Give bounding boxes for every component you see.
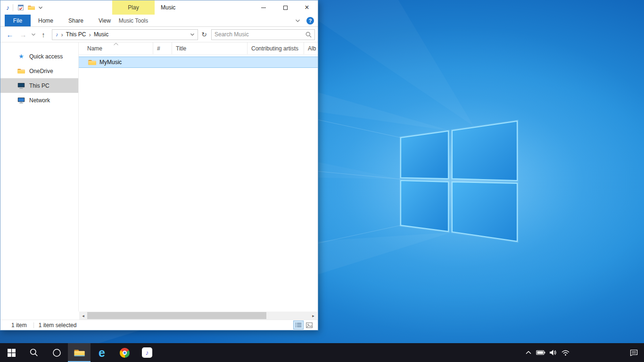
chevron-down-icon xyxy=(32,33,35,36)
maximize-button[interactable] xyxy=(274,0,296,15)
new-folder-icon xyxy=(28,5,35,10)
column-header-number[interactable]: # xyxy=(153,42,172,54)
chevron-down-icon xyxy=(39,7,42,9)
column-header-contributing-artists[interactable]: Contributing artists xyxy=(248,42,304,54)
recent-locations-button[interactable] xyxy=(30,28,37,41)
horizontal-scrollbar[interactable]: ◂ ▸ xyxy=(79,312,317,320)
volume-tray-button[interactable] xyxy=(547,343,559,362)
search-box[interactable] xyxy=(211,29,315,40)
cortana-icon xyxy=(52,348,61,357)
breadcrumb-this-pc[interactable]: This PC xyxy=(64,31,88,38)
window-title: Music xyxy=(161,0,175,15)
action-center-icon xyxy=(630,349,638,356)
column-header-row: Name # Title Contributing artists Alb xyxy=(79,42,318,55)
start-button[interactable] xyxy=(0,343,23,362)
chrome-button[interactable] xyxy=(113,343,136,362)
navigation-pane: ★ Quick access OneDrive xyxy=(0,42,79,312)
divider xyxy=(13,4,13,11)
qat-new-folder-button[interactable] xyxy=(27,3,35,12)
cortana-button[interactable] xyxy=(45,343,68,362)
minimize-icon xyxy=(261,8,266,8)
ribbon-right-controls: ? xyxy=(294,15,314,26)
app-music-icon: ♪ xyxy=(6,4,9,11)
itunes-icon: ♪ xyxy=(142,347,152,358)
sidebar-item-label: Network xyxy=(29,97,50,104)
search-icon xyxy=(30,348,38,357)
minimize-button[interactable] xyxy=(253,0,274,15)
main-area: ★ Quick access OneDrive xyxy=(0,42,318,312)
taskbar: e ♪ xyxy=(0,343,644,362)
refresh-button[interactable]: ↻ xyxy=(199,28,209,41)
close-button[interactable]: × xyxy=(296,0,318,15)
sidebar-item-this-pc[interactable]: This PC xyxy=(0,78,78,93)
help-button[interactable]: ? xyxy=(306,17,314,25)
column-header-album[interactable]: Alb xyxy=(304,42,318,54)
battery-icon xyxy=(536,350,545,355)
computer-icon xyxy=(17,82,25,89)
details-view-icon xyxy=(295,322,302,328)
battery-tray-button[interactable] xyxy=(535,343,547,362)
details-view-button[interactable] xyxy=(294,321,303,329)
column-header-name[interactable]: Name xyxy=(79,42,153,54)
tab-home[interactable]: Home xyxy=(31,15,61,26)
back-button[interactable]: ← xyxy=(3,28,17,41)
scrollbar-track[interactable] xyxy=(87,312,309,320)
sidebar-item-quick-access[interactable]: ★ Quick access xyxy=(0,49,78,64)
file-explorer-window: ♪ Play M xyxy=(0,0,318,330)
title-bar[interactable]: ♪ Play M xyxy=(0,0,318,15)
address-bar[interactable]: ♪ › This PC › Music xyxy=(52,29,198,40)
large-icons-view-button[interactable] xyxy=(305,321,314,329)
column-header-title[interactable]: Title xyxy=(172,42,248,54)
search-input[interactable] xyxy=(215,31,305,38)
breadcrumb-chevron[interactable]: › xyxy=(89,31,91,38)
star-icon: ★ xyxy=(17,53,25,60)
breadcrumb-music[interactable]: Music xyxy=(92,31,110,38)
file-explorer-icon xyxy=(74,348,85,357)
onedrive-folder-icon xyxy=(17,68,25,74)
properties-icon xyxy=(17,4,24,11)
chevron-down-icon xyxy=(296,19,300,22)
taskbar-search-button[interactable] xyxy=(23,343,45,362)
tab-file[interactable]: File xyxy=(5,15,31,26)
maximize-icon xyxy=(283,6,288,10)
action-center-button[interactable] xyxy=(623,343,644,362)
internet-explorer-button[interactable]: e xyxy=(91,343,113,362)
scrollbar-thumb[interactable] xyxy=(87,312,266,319)
chrome-icon xyxy=(120,348,130,358)
status-bar: 1 item 1 item selected xyxy=(0,320,318,330)
sidebar-item-onedrive[interactable]: OneDrive xyxy=(0,64,78,78)
scroll-left-button[interactable]: ◂ xyxy=(79,312,87,320)
status-selection-count: 1 item selected xyxy=(39,322,77,329)
file-row-mymusic[interactable]: MyMusic xyxy=(79,57,318,68)
desktop[interactable]: ♪ Play M xyxy=(0,0,644,362)
tab-share[interactable]: Share xyxy=(61,15,91,26)
ribbon-tab-row: File Home Share View Music Tools ? xyxy=(0,15,318,27)
ribbon-expand-button[interactable] xyxy=(294,17,301,25)
address-dropdown-button[interactable] xyxy=(189,30,196,40)
qat-customize-button[interactable] xyxy=(37,3,44,12)
forward-button[interactable]: → xyxy=(17,28,30,41)
file-list-pane[interactable]: Name # Title Contributing artists Alb xyxy=(79,42,318,312)
sidebar-item-label: This PC xyxy=(29,82,50,89)
up-button[interactable]: ↑ xyxy=(37,28,50,41)
windows-logo-icon xyxy=(8,349,16,357)
sidebar-item-label: Quick access xyxy=(29,53,63,60)
qat-properties-button[interactable] xyxy=(17,3,25,12)
tray-overflow-button[interactable] xyxy=(522,343,535,362)
search-icon[interactable] xyxy=(305,32,312,38)
itunes-button[interactable]: ♪ xyxy=(136,343,158,362)
sort-ascending-icon xyxy=(114,43,118,45)
scroll-right-button[interactable]: ▸ xyxy=(309,312,317,320)
file-rows: MyMusic xyxy=(79,55,318,68)
window-controls: × xyxy=(253,0,318,15)
taskbar-file-explorer-button[interactable] xyxy=(68,343,91,362)
contextual-tab-play[interactable]: Play xyxy=(112,0,155,15)
sidebar-item-network[interactable]: Network xyxy=(0,93,78,107)
network-tray-button[interactable] xyxy=(559,343,571,362)
view-toggle-group xyxy=(294,321,314,329)
chevron-down-icon xyxy=(190,33,194,36)
status-item-count: 1 item xyxy=(11,322,27,329)
divider xyxy=(33,322,34,328)
breadcrumb-chevron[interactable]: › xyxy=(61,31,63,38)
tab-music-tools[interactable]: Music Tools xyxy=(112,15,155,26)
